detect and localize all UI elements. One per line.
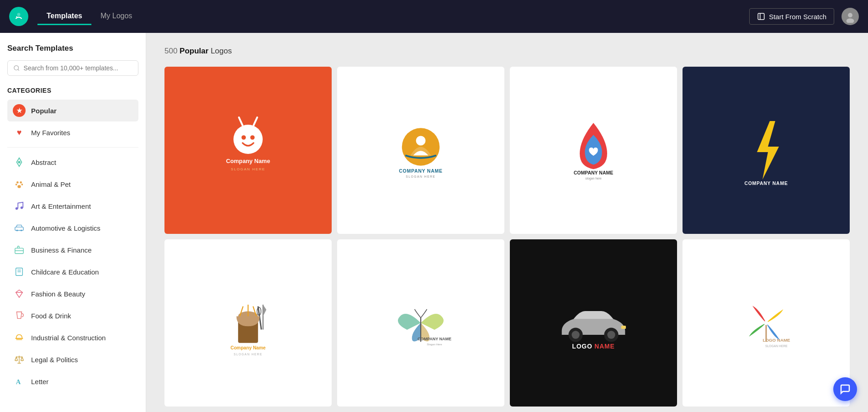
- svg-point-10: [18, 161, 21, 164]
- svg-point-63: [572, 331, 579, 338]
- logo-card-5[interactable]: Company Name SLOGAN HERE: [164, 239, 332, 407]
- category-highlight: Popular: [180, 47, 208, 55]
- svg-text:slogan here: slogan here: [585, 177, 602, 180]
- svg-point-17: [21, 206, 23, 209]
- music-icon: [13, 200, 26, 212]
- svg-point-6: [848, 13, 852, 17]
- favorites-label: My Favorites: [31, 129, 70, 137]
- search-icon: [13, 64, 20, 72]
- svg-line-36: [254, 117, 257, 126]
- scale-icon: [13, 353, 26, 366]
- svg-text:SLOGAN HERE: SLOGAN HERE: [231, 167, 265, 171]
- fashion-beauty-label: Fashion & Beauty: [31, 290, 85, 298]
- art-label: Art & Entertainment: [31, 202, 91, 210]
- header: Templates My Logos Start From Scratch: [0, 0, 868, 33]
- sidebar-item-food-drink[interactable]: Food & Drink: [7, 305, 138, 327]
- svg-point-2: [16, 16, 17, 18]
- svg-marker-47: [757, 121, 779, 180]
- content-area: 500 Popular Logos: [146, 33, 868, 412]
- sidebar-item-legal[interactable]: Legal & Politics: [7, 349, 138, 370]
- svg-point-1: [17, 13, 21, 16]
- logo-card-1[interactable]: Company Name SLOGAN HERE: [164, 67, 332, 234]
- svg-point-65: [607, 331, 615, 338]
- chat-button[interactable]: [833, 377, 857, 401]
- svg-text:SLOGAN HERE: SLOGAN HERE: [406, 175, 435, 178]
- svg-text:LOGO NAME: LOGO NAME: [572, 343, 614, 350]
- sidebar-item-favorites[interactable]: ♥ My Favorites: [7, 121, 138, 143]
- logo-card-6[interactable]: COMPANY NAME Slogan Here: [337, 239, 504, 407]
- logo-card-3[interactable]: COMPANY NAME slogan here: [510, 67, 677, 234]
- sidebar-item-fashion-beauty[interactable]: Fashion & Beauty: [7, 283, 138, 305]
- svg-text:A: A: [16, 378, 21, 386]
- svg-text:COMPANY NAME: COMPANY NAME: [399, 168, 443, 174]
- business-finance-label: Business & Finance: [31, 246, 92, 254]
- svg-rect-66: [621, 326, 626, 329]
- popular-label: Popular: [31, 107, 57, 115]
- logo-card-2[interactable]: COMPANY NAME SLOGAN HERE: [337, 67, 504, 234]
- svg-point-14: [21, 184, 23, 185]
- categories-label: Categories: [7, 87, 138, 94]
- paw-icon: [13, 178, 26, 190]
- logo-card-4[interactable]: COMPANY NAME: [683, 67, 850, 234]
- svg-marker-26: [16, 290, 23, 298]
- book-icon: [13, 265, 26, 278]
- main-nav: Templates My Logos: [37, 8, 749, 25]
- nav-my-logos[interactable]: My Logos: [91, 8, 141, 25]
- food-drink-label: Food & Drink: [31, 312, 71, 320]
- svg-text:COMPANY NAME: COMPANY NAME: [418, 337, 451, 341]
- sidebar-title: Search Templates: [7, 44, 138, 53]
- svg-point-13: [16, 184, 17, 185]
- sidebar-item-automotive[interactable]: Automotive & Logistics: [7, 217, 138, 239]
- svg-text:SLOGAN HERE: SLOGAN HERE: [233, 353, 262, 356]
- svg-point-0: [14, 11, 24, 22]
- letter-icon: A: [13, 375, 26, 388]
- sidebar-item-childcare[interactable]: Childcare & Education: [7, 261, 138, 283]
- search-box[interactable]: [7, 60, 138, 76]
- sidebar-item-business-finance[interactable]: Business & Finance: [7, 239, 138, 261]
- industrial-label: Industrial & Construction: [31, 334, 106, 342]
- svg-point-12: [20, 181, 22, 184]
- svg-point-34: [233, 125, 263, 154]
- sidebar-item-industrial[interactable]: Industrial & Construction: [7, 327, 138, 349]
- svg-point-38: [250, 135, 255, 140]
- sidebar-item-letter[interactable]: A Letter: [7, 370, 138, 392]
- svg-text:Company Name: Company Name: [231, 345, 266, 350]
- svg-text:Company Name: Company Name: [226, 158, 270, 164]
- svg-point-19: [16, 230, 18, 232]
- logo-card-7[interactable]: LOGO NAME: [510, 239, 677, 407]
- letter-label: Letter: [31, 378, 48, 386]
- svg-point-15: [17, 185, 21, 188]
- popular-icon: ★: [13, 104, 26, 117]
- logo-card-8[interactable]: LOGO NAME SLOGAN HERE: [683, 239, 850, 407]
- start-from-scratch-button[interactable]: Start From Scratch: [749, 8, 834, 25]
- sidebar-item-popular[interactable]: ★ Popular: [7, 100, 138, 121]
- abstract-label: Abstract: [31, 158, 56, 166]
- abstract-icon: [13, 156, 26, 169]
- svg-point-8: [14, 66, 19, 70]
- briefcase-icon: [13, 243, 26, 256]
- header-actions: Start From Scratch: [749, 8, 859, 25]
- svg-text:LOGO NAME: LOGO NAME: [762, 338, 790, 343]
- nav-templates[interactable]: Templates: [37, 8, 91, 25]
- sidebar-item-animal-pet[interactable]: Animal & Pet: [7, 173, 138, 195]
- svg-point-11: [16, 181, 19, 184]
- search-input[interactable]: [24, 64, 132, 72]
- sidebar-divider: [7, 147, 138, 148]
- svg-text:COMPANY NAME: COMPANY NAME: [744, 181, 788, 186]
- svg-text:Slogan Here: Slogan Here: [427, 343, 442, 346]
- heart-icon: ♥: [13, 126, 26, 139]
- svg-point-42: [416, 136, 426, 146]
- svg-line-9: [18, 69, 19, 71]
- logos-grid: Company Name SLOGAN HERE: [164, 67, 850, 412]
- sidebar-item-abstract[interactable]: Abstract: [7, 151, 138, 173]
- logos-suffix: Logos: [211, 47, 232, 55]
- svg-point-16: [16, 207, 18, 210]
- cup-icon: [13, 309, 26, 322]
- animal-pet-label: Animal & Pet: [31, 180, 71, 188]
- sidebar-item-art-entertainment[interactable]: Art & Entertainment: [7, 195, 138, 217]
- svg-rect-18: [15, 227, 23, 230]
- sidebar: Search Templates Categories ★ Popular ♥ …: [0, 33, 146, 412]
- svg-text:SLOGAN HERE: SLOGAN HERE: [765, 344, 788, 348]
- app-logo[interactable]: [9, 7, 28, 26]
- user-avatar[interactable]: [842, 8, 859, 25]
